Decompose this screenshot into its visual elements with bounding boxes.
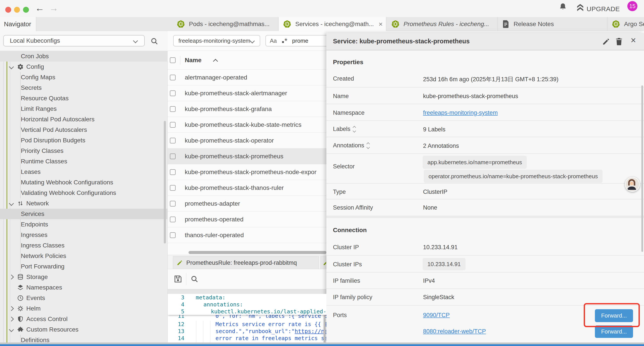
sidebar-item-ingresses[interactable]: Ingresses xyxy=(0,230,168,240)
sort-ascending-icon[interactable] xyxy=(213,59,218,64)
drawer-scrollbar[interactable] xyxy=(641,85,643,252)
sidebar-item-port-forwarding[interactable]: Port Forwarding xyxy=(0,261,168,272)
back-arrow-icon[interactable]: ← xyxy=(35,3,44,13)
editor-tab-partial[interactable] xyxy=(320,256,326,269)
table-row[interactable]: kube-prometheus-stack-thanos-ruler xyxy=(168,180,326,196)
sidebar-item-leases[interactable]: Leases xyxy=(0,167,168,177)
sidebar-item-secrets[interactable]: Secrets xyxy=(0,82,168,93)
table-row[interactable]: kube-prometheus-stack-operator xyxy=(168,133,326,148)
horizontal-scrollbar[interactable] xyxy=(188,251,326,254)
tab-argo[interactable]: Argo Se xyxy=(608,17,644,31)
table-row[interactable]: kube-prometheus-stack-prometheus-node-ex… xyxy=(168,164,326,180)
sidebar-item-ingress-classes[interactable]: Ingress Classes xyxy=(0,240,168,251)
minimize-window-button[interactable] xyxy=(14,7,20,13)
sidebar-item-limit-ranges[interactable]: Limit Ranges xyxy=(0,104,168,114)
search-icon[interactable] xyxy=(150,37,158,45)
row-checkbox[interactable] xyxy=(170,122,176,128)
expand-collapse-icon[interactable] xyxy=(367,143,369,148)
row-checkbox[interactable] xyxy=(170,217,176,222)
sidebar-item-network-policies[interactable]: Network Policies xyxy=(0,251,168,261)
sidebar-item-config-maps[interactable]: Config Maps xyxy=(0,72,168,82)
table-row[interactable]: kube-prometheus-stack-grafana xyxy=(168,101,326,117)
row-checkbox[interactable] xyxy=(170,232,176,238)
yaml-editor[interactable]: 3metadata: 4annotations: 5kubectl.kubern… xyxy=(168,294,326,346)
regex-toggle[interactable]: * xyxy=(282,37,289,44)
namespace-link[interactable]: freeleaps-monitoring-system xyxy=(423,109,498,116)
edit-pencil-icon[interactable] xyxy=(602,38,610,45)
port-link-9090[interactable]: 9090/TCP xyxy=(423,312,450,319)
sidebar-item-endpoints[interactable]: Endpoints xyxy=(0,219,168,230)
sidebar-item-cron-jobs[interactable]: Cron Jobs xyxy=(0,51,168,61)
tab-prometheus-rules[interactable]: Prometheus Rules - icecheng... xyxy=(387,17,498,31)
table-row[interactable]: prometheus-operated xyxy=(168,212,326,227)
kubeconfig-selector[interactable]: Local Kubeconfigs xyxy=(3,35,145,46)
tab-pods[interactable]: Pods - icecheng@mathmas... xyxy=(172,17,278,31)
table-row[interactable]: prometheus-adapter xyxy=(168,196,326,212)
match-case-toggle[interactable]: Aa xyxy=(270,37,277,44)
table-row[interactable]: thanos-ruler-operated xyxy=(168,227,326,243)
user-avatar[interactable] xyxy=(625,177,640,192)
sidebar-scrollbar[interactable] xyxy=(164,121,166,244)
chevron-down-icon[interactable] xyxy=(9,327,14,332)
sidebar-item-validating-webhook-configurations[interactable]: Validating Webhook Configurations xyxy=(0,188,168,198)
row-checkbox[interactable] xyxy=(170,153,176,159)
namespace-selector[interactable]: freeleaps-monitoring-system xyxy=(173,35,260,46)
sidebar-item-access-control[interactable]: Access Control xyxy=(0,314,168,324)
editor-search-icon[interactable] xyxy=(190,275,198,283)
chevron-right-icon[interactable] xyxy=(9,306,14,311)
name-column-header[interactable]: Name xyxy=(185,57,202,64)
upgrade-icon[interactable] xyxy=(576,3,585,12)
sidebar-item-storage[interactable]: Storage xyxy=(0,272,168,282)
sidebar-item-priority-classes[interactable]: Priority Classes xyxy=(0,146,168,156)
notifications-bell-icon[interactable] xyxy=(559,3,567,11)
row-checkbox[interactable] xyxy=(170,201,176,207)
chevron-right-icon[interactable] xyxy=(9,317,14,322)
sidebar-item-events[interactable]: Events xyxy=(0,293,168,303)
forward-port-button-8080[interactable]: Forward... xyxy=(595,326,633,338)
table-row-selected[interactable]: kube-prometheus-stack-prometheus xyxy=(168,148,326,164)
close-window-button[interactable] xyxy=(5,7,11,13)
row-checkbox[interactable] xyxy=(170,75,176,80)
table-row[interactable]: alertmanager-operated xyxy=(168,70,326,85)
search-input[interactable]: Aa * prome xyxy=(266,35,331,46)
runbook-url-link[interactable]: https://net xyxy=(294,328,326,335)
sidebar-item-helm[interactable]: Helm xyxy=(0,303,168,314)
maximize-window-button[interactable] xyxy=(23,7,29,13)
sidebar-item-resource-quotas[interactable]: Resource Quotas xyxy=(0,93,168,104)
chevron-right-icon[interactable] xyxy=(9,275,14,280)
sidebar-item-custom-resources[interactable]: Custom Resources xyxy=(0,324,168,335)
table-row[interactable]: kube-prometheus-stack-alertmanager xyxy=(168,85,326,101)
chevron-down-icon[interactable] xyxy=(9,64,14,69)
sidebar-item-services[interactable]: Services xyxy=(0,209,168,219)
upgrade-label[interactable]: UPGRADE xyxy=(586,5,620,13)
sidebar-item-config[interactable]: Config xyxy=(0,61,168,72)
profile-badge[interactable]: 15 xyxy=(627,1,638,11)
trash-icon[interactable] xyxy=(615,38,623,45)
sidebar-item-runtime-classes[interactable]: Runtime Classes xyxy=(0,156,168,167)
editor-toolbar xyxy=(168,269,326,289)
row-checkbox[interactable] xyxy=(170,90,176,96)
expand-collapse-icon[interactable] xyxy=(353,126,356,132)
row-checkbox[interactable] xyxy=(170,106,176,112)
chevron-down-icon[interactable] xyxy=(9,201,14,206)
row-checkbox[interactable] xyxy=(170,185,176,191)
sidebar-item-pod-disruption-budgets[interactable]: Pod Disruption Budgets xyxy=(0,135,168,146)
sidebar-item-mutating-webhook-configurations[interactable]: Mutating Webhook Configurations xyxy=(0,177,168,188)
sidebar-item-horizontal-pod-autoscalers[interactable]: Horizontal Pod Autoscalers xyxy=(0,114,168,125)
close-tab-icon[interactable]: × xyxy=(378,20,383,28)
row-checkbox[interactable] xyxy=(170,169,176,175)
tab-navigator[interactable]: Navigator xyxy=(0,17,36,31)
save-icon[interactable] xyxy=(174,274,182,284)
tab-release-notes[interactable]: Release Notes xyxy=(498,17,608,31)
editor-tab-prometheusrule[interactable]: PrometheusRule: freeleaps-prod-rabbitmq xyxy=(173,256,319,269)
forward-arrow-icon[interactable]: → xyxy=(49,3,58,13)
sidebar-item-namespaces[interactable]: Namespaces xyxy=(0,282,168,293)
select-all-checkbox[interactable] xyxy=(170,57,176,63)
table-row[interactable]: kube-prometheus-stack-kube-state-metrics xyxy=(168,117,326,133)
close-icon[interactable]: × xyxy=(631,35,636,45)
sidebar-item-vertical-pod-autoscalers[interactable]: Vertical Pod Autoscalers xyxy=(0,125,168,135)
row-checkbox[interactable] xyxy=(170,138,176,143)
sidebar-item-network[interactable]: Network xyxy=(0,198,168,209)
tab-services[interactable]: Services - icecheng@math... × xyxy=(278,17,386,31)
port-link-8080[interactable]: 8080:reloader-web/TCP xyxy=(423,328,486,335)
